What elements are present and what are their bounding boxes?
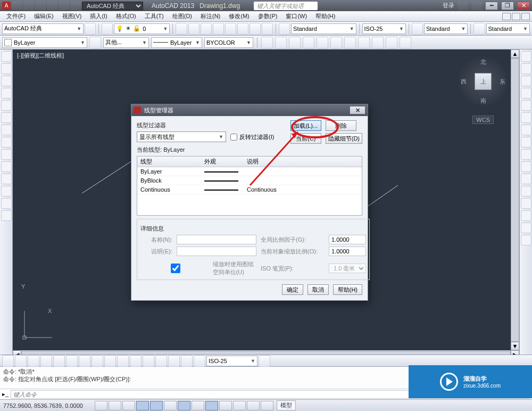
menu-file[interactable]: 文件(F) [3, 11, 29, 21]
dialog-titlebar[interactable]: 线型管理器 ✕ [131, 104, 368, 116]
rotate-icon[interactable] [521, 125, 531, 135]
qat-print-icon[interactable] [70, 2, 81, 10]
d5-icon[interactable] [53, 355, 65, 367]
grid-icon[interactable] [109, 401, 121, 410]
point-icon[interactable] [1, 149, 12, 160]
d4-icon[interactable] [40, 355, 52, 367]
tool4-icon[interactable] [213, 23, 224, 35]
ortho-icon[interactable] [122, 401, 135, 410]
p8-icon[interactable] [358, 37, 370, 48]
dimstyle-combo[interactable]: ISO-25▼ [362, 23, 406, 34]
menu-edit[interactable]: 编辑(E) [31, 11, 57, 21]
menu-modify[interactable]: 修改(M) [226, 11, 253, 21]
col-appearance[interactable]: 外观 [201, 157, 244, 167]
stretch-icon[interactable] [521, 149, 531, 160]
tablestyle-combo[interactable]: Standard▼ [424, 23, 468, 34]
other-combo[interactable]: 其他...▼ [103, 37, 149, 48]
extend-icon[interactable] [521, 174, 531, 184]
cancel-button[interactable]: 取消 [307, 284, 329, 295]
qat-redo-icon[interactable] [59, 2, 69, 10]
spline-icon[interactable] [1, 137, 12, 147]
ltype-combo[interactable]: ByLayer▼ [151, 37, 202, 48]
circle-icon[interactable] [1, 76, 12, 86]
exchange-icon[interactable] [458, 2, 468, 10]
menu-tools[interactable]: 工具(T) [142, 11, 167, 21]
table-icon[interactable] [1, 174, 12, 184]
p3-icon[interactable] [289, 37, 301, 48]
window-minimize-icon[interactable]: ━ [485, 2, 498, 10]
menu-param[interactable]: 参数(P) [255, 11, 281, 21]
window-close-icon[interactable]: ✕ [517, 2, 530, 10]
arc-icon[interactable] [1, 88, 12, 98]
help-button[interactable]: 帮助(H) [333, 284, 362, 295]
paper-units-checkbox[interactable]: 缩放时使用图纸空间单位(U) [140, 260, 256, 276]
osnap-icon[interactable] [150, 401, 163, 410]
break-icon[interactable] [521, 186, 531, 196]
p2-icon[interactable] [275, 37, 287, 48]
p5-icon[interactable] [317, 37, 328, 48]
sc-icon[interactable] [261, 401, 273, 410]
menu-insert[interactable]: 插入(I) [87, 11, 110, 21]
layer-combo[interactable]: 💡 ☀ 🔓 0▼ [114, 23, 170, 34]
color-combo[interactable]: ByLayer▼ [2, 37, 87, 48]
d15-icon[interactable] [181, 355, 193, 367]
d6-icon[interactable] [66, 355, 78, 367]
hatch-icon[interactable] [1, 125, 12, 135]
scrollbar-v[interactable]: ▲▼ [511, 50, 519, 350]
help-search[interactable]: 键入关键字或短语 [254, 2, 318, 10]
ducs-icon[interactable] [192, 401, 204, 410]
qp-icon[interactable] [247, 401, 260, 410]
offset-icon[interactable] [521, 88, 531, 98]
coords[interactable]: 7752.9600, 8536.7639, 0.0000 [3, 402, 94, 409]
otrack-icon[interactable] [178, 401, 190, 410]
workspace-combo[interactable]: AutoCAD 经典▼ [2, 23, 84, 34]
textstyle-combo[interactable]: Standard▼ [291, 23, 356, 34]
menu-window[interactable]: 窗口(W) [282, 11, 310, 21]
menu-dim[interactable]: 标注(N) [197, 11, 223, 21]
mleader-icon[interactable] [473, 23, 485, 35]
trim-icon[interactable] [521, 161, 531, 172]
workspace-select[interactable]: AutoCAD 经典 [82, 2, 143, 10]
p7-icon[interactable] [344, 37, 356, 48]
help-icon[interactable] [471, 2, 482, 10]
mdi-minimize-icon[interactable] [502, 13, 511, 20]
p10-icon[interactable] [386, 37, 397, 48]
move-icon[interactable] [521, 112, 531, 123]
qat-new-icon[interactable] [12, 2, 22, 10]
mdi-restore-icon[interactable] [512, 13, 520, 20]
copy-icon[interactable] [521, 63, 531, 74]
scroll-down-icon[interactable]: ▼ [511, 342, 519, 350]
textstyle-icon[interactable] [279, 23, 290, 35]
load-button[interactable]: 加载(L)... [290, 120, 321, 131]
text-icon[interactable] [1, 210, 12, 221]
p9-icon[interactable] [372, 37, 384, 48]
dim-combo[interactable]: ISO-25▼ [206, 356, 257, 366]
menu-format[interactable]: 格式(O) [113, 11, 139, 21]
obj-field[interactable] [329, 246, 366, 256]
menu-view[interactable]: 视图(V) [59, 11, 85, 21]
tool2-icon[interactable] [188, 23, 200, 35]
polar-icon[interactable] [136, 401, 149, 410]
join-icon[interactable] [521, 198, 531, 209]
tool3-icon[interactable] [201, 23, 212, 35]
p6-icon[interactable] [330, 37, 342, 48]
3dosnap-icon[interactable] [164, 401, 177, 410]
qat-open-icon[interactable] [23, 2, 34, 10]
table-row[interactable]: ByBlock [137, 176, 362, 185]
region-icon[interactable] [1, 161, 12, 172]
filter-combo[interactable]: 显示所有线型▼ [137, 131, 226, 142]
col-linetype[interactable]: 线型 [137, 157, 201, 167]
tpy-icon[interactable] [233, 401, 246, 410]
d13-icon[interactable] [155, 355, 167, 367]
table-row[interactable]: ByLayer [137, 167, 362, 176]
d2-icon[interactable] [15, 355, 27, 367]
scale-icon[interactable] [521, 137, 531, 147]
d12-icon[interactable] [143, 355, 154, 367]
viewcube[interactable]: 北 南 东 西 上 [459, 57, 508, 106]
qat-undo-icon[interactable] [47, 2, 57, 10]
tool1-icon[interactable] [176, 23, 187, 35]
menu-draw[interactable]: 绘图(D) [169, 11, 195, 21]
scroll-up-icon[interactable]: ▲ [511, 50, 519, 58]
invert-filter-checkbox[interactable]: 反转过滤器(I) [230, 133, 274, 141]
p4-icon[interactable] [303, 37, 314, 48]
